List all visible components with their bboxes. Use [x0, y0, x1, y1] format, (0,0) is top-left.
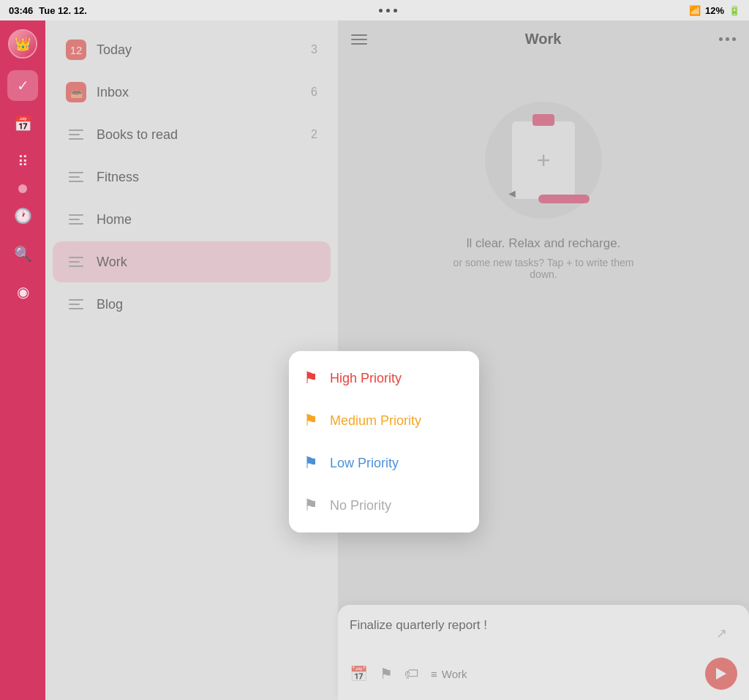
clipboard-body: + ◄ — [511, 120, 576, 200]
flag-picker-icon[interactable]: ⚑ — [380, 665, 393, 682]
sidebar-item-today[interactable]: 12 Today 3 — [53, 29, 331, 70]
hamburger-icon[interactable] — [351, 34, 367, 45]
wifi-icon: 📶 — [689, 5, 701, 16]
battery-icon: 🔋 — [729, 5, 740, 16]
list-selector[interactable]: ≡ Work — [431, 668, 467, 680]
sidebar-item-fitness[interactable]: Fitness — [53, 157, 331, 197]
more-options-icon[interactable] — [719, 37, 736, 41]
calendar-picker-icon[interactable]: 📅 — [350, 665, 368, 682]
priority-item-high[interactable]: ⚑ High Priority — [289, 357, 479, 399]
sidebar-books-count: 2 — [311, 128, 317, 141]
low-priority-flag-icon: ⚑ — [304, 454, 318, 473]
avatar-image: 👑 — [10, 31, 36, 57]
sidebar-home-label: Home — [97, 212, 317, 227]
sidebar-today-label: Today — [97, 42, 301, 58]
priority-item-none[interactable]: ⚑ No Priority — [289, 484, 479, 527]
high-priority-label: High Priority — [330, 371, 402, 386]
nav-dot-icon[interactable] — [18, 184, 27, 193]
nav-check-icon[interactable]: ✓ — [7, 70, 38, 101]
nav-search-icon[interactable]: 🔍 — [7, 238, 38, 269]
avatar[interactable]: 👑 — [8, 29, 37, 59]
expand-icon[interactable]: ↗ — [716, 625, 727, 641]
home-lines-icon — [66, 209, 86, 230]
no-priority-label: No Priority — [330, 498, 391, 513]
priority-item-low[interactable]: ⚑ Low Priority — [289, 442, 479, 484]
empty-message: ll clear. Relax and recharge. — [467, 236, 621, 251]
clipboard-clip — [532, 114, 554, 126]
input-toolbar: 📅 ⚑ 🏷 ≡ Work — [350, 658, 737, 690]
status-time: 03:46 — [9, 5, 33, 16]
clipboard-bar — [538, 195, 590, 203]
sidebar-item-books[interactable]: Books to read 2 — [53, 114, 331, 155]
clipboard-illustration: + ◄ — [485, 102, 602, 219]
nav-circle-icon[interactable]: ◉ — [7, 276, 38, 307]
sidebar-fitness-label: Fitness — [97, 170, 317, 185]
empty-submessage: or some new tasks? Tap + to write them d… — [448, 257, 639, 280]
battery-level: 12% — [705, 5, 724, 16]
no-priority-flag-icon: ⚑ — [304, 496, 318, 515]
status-date: Tue 12. 12. — [39, 5, 87, 16]
status-bar: 03:46 Tue 12. 12. 📶 12% 🔋 — [0, 0, 749, 20]
sidebar-blog-label: Blog — [97, 297, 317, 312]
medium-priority-flag-icon: ⚑ — [304, 411, 318, 430]
inbox-icon: 📥 — [66, 82, 86, 102]
sidebar-inbox-count: 6 — [311, 86, 317, 99]
nav-clock-icon[interactable]: 🕐 — [7, 200, 38, 231]
main-header: Work — [338, 20, 749, 58]
tag-picker-icon[interactable]: 🏷 — [404, 666, 419, 682]
left-nav: 👑 ✓ 📅 ⠿ 🕐 🔍 ◉ — [0, 20, 45, 700]
sidebar-inbox-label: Inbox — [97, 85, 301, 100]
main-empty-area: + ◄ ll clear. Relax and recharge. or som… — [338, 58, 749, 324]
top-dots — [379, 9, 397, 12]
main-title: Work — [525, 31, 562, 48]
status-right: 📶 12% 🔋 — [689, 5, 740, 16]
list-label: Work — [442, 668, 467, 680]
today-calendar-icon: 12 — [66, 39, 86, 60]
input-bar: Finalize quarterly report ! ↗ 📅 ⚑ 🏷 ≡ Wo… — [338, 605, 749, 700]
sidebar-today-count: 3 — [311, 43, 317, 56]
priority-popup: ⚑ High Priority ⚑ Medium Priority ⚑ Low … — [289, 351, 479, 532]
books-lines-icon — [66, 124, 86, 145]
sidebar-books-label: Books to read — [97, 127, 301, 143]
clipboard-arrow-icon: ◄ — [506, 187, 518, 200]
sidebar-item-inbox[interactable]: 📥 Inbox 6 — [53, 72, 331, 113]
work-lines-icon — [66, 252, 86, 272]
sidebar-item-blog[interactable]: Blog — [53, 284, 331, 325]
send-button[interactable] — [705, 658, 737, 690]
list-lines-icon: ≡ — [431, 668, 437, 680]
sidebar-item-home[interactable]: Home — [53, 199, 331, 240]
blog-lines-icon — [66, 294, 86, 315]
nav-grid-icon[interactable]: ⠿ — [7, 146, 38, 177]
task-input[interactable]: Finalize quarterly report ! — [350, 615, 737, 650]
nav-calendar-icon[interactable]: 📅 — [7, 108, 38, 139]
sidebar-work-label: Work — [97, 255, 317, 270]
clipboard-plus-icon: + — [537, 147, 551, 174]
sidebar-item-work[interactable]: Work — [53, 241, 331, 282]
fitness-lines-icon — [66, 167, 86, 187]
priority-item-medium[interactable]: ⚑ Medium Priority — [289, 399, 479, 442]
high-priority-flag-icon: ⚑ — [304, 369, 318, 388]
medium-priority-label: Medium Priority — [330, 413, 421, 429]
send-arrow-icon — [716, 668, 726, 680]
low-priority-label: Low Priority — [330, 456, 399, 471]
